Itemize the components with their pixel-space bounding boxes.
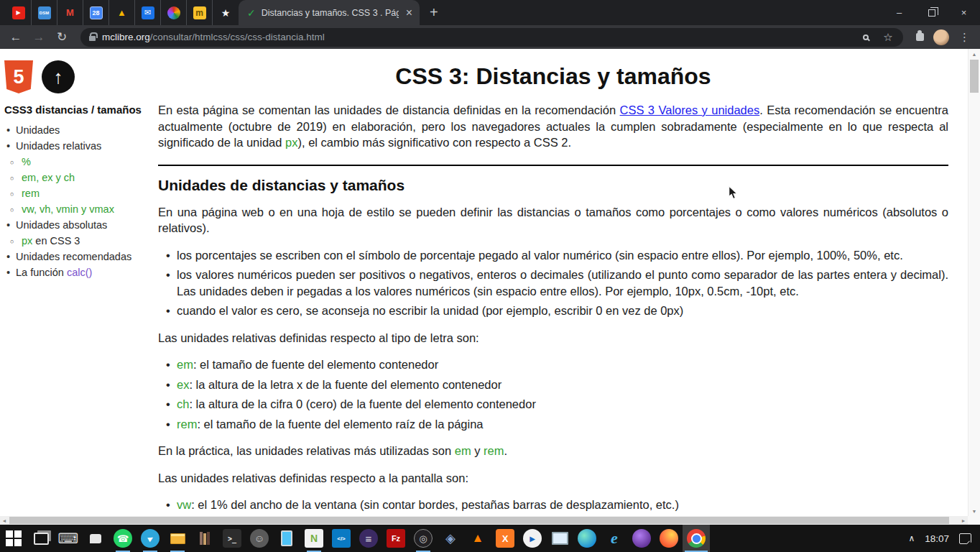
chrome-icon bbox=[687, 529, 706, 548]
taskbar-xampp[interactable] bbox=[491, 525, 519, 552]
page-content: 5 ↑ CSS3 distancias / tamaños UnidadesUn… bbox=[0, 49, 980, 525]
pinned-tab-youtube[interactable] bbox=[6, 0, 32, 25]
ex-unit-link[interactable]: ex bbox=[177, 378, 189, 391]
address-bar[interactable]: mclibre.org/consultar/htmlcss/css/css-di… bbox=[80, 28, 903, 47]
sidebar-item-text: Unidades bbox=[16, 124, 60, 136]
back-to-top-icon[interactable]: ↑ bbox=[42, 60, 75, 93]
pinned-tab-bookmark-star[interactable] bbox=[213, 0, 239, 25]
tray-clock[interactable]: 18:07 bbox=[925, 533, 949, 544]
pinned-tab-mail[interactable] bbox=[135, 0, 161, 25]
sidebar-item-unidades[interactable]: Unidades bbox=[4, 122, 152, 138]
close-button[interactable]: × bbox=[948, 0, 980, 25]
taskbar-start[interactable] bbox=[0, 525, 27, 552]
sidebar-item-text: en CSS 3 bbox=[32, 235, 80, 247]
taskbar-chat-app[interactable] bbox=[82, 525, 109, 552]
touch-keyboard-icon bbox=[59, 529, 78, 548]
tray-chevron-icon[interactable]: ∧ bbox=[908, 533, 915, 543]
action-center-icon[interactable] bbox=[959, 533, 971, 544]
taskbar-virtualbox[interactable] bbox=[437, 525, 464, 552]
px-unit-link[interactable]: px bbox=[285, 136, 297, 149]
tab-strip: DSMM28m ✓ Distancias y tamaños. CSS 3 . … bbox=[0, 0, 980, 25]
tab-title: Distancias y tamaños. CSS 3 . Pág bbox=[262, 8, 399, 18]
sidebar-item-la-funcion-calc[interactable]: La función calc() bbox=[4, 264, 152, 280]
extensions-puzzle-icon[interactable] bbox=[912, 33, 928, 41]
pinned-tab-calendar[interactable]: 28 bbox=[83, 0, 109, 25]
vertical-scroll-thumb[interactable] bbox=[970, 60, 979, 93]
spec-link[interactable]: CSS 3 Valores y unidades bbox=[620, 104, 760, 116]
sidebar-item-em-ex-ch[interactable]: em, ex y ch bbox=[4, 170, 152, 185]
telegram-icon bbox=[141, 529, 160, 548]
sidebar-item-px-en-css3[interactable]: px en CSS 3 bbox=[4, 233, 152, 249]
vertical-scrollbar[interactable]: ▲ ▼ bbox=[968, 49, 980, 516]
horizontal-scrollbar[interactable]: ◄ ► bbox=[0, 516, 968, 525]
taskbar-globe-app[interactable] bbox=[573, 525, 601, 552]
em-unit-link[interactable]: em bbox=[455, 444, 471, 457]
minimize-button[interactable]: – bbox=[883, 0, 915, 25]
taskbar-internet-explorer[interactable] bbox=[601, 525, 628, 552]
sidebar-item-unidades-relativas[interactable]: Unidades relativas bbox=[4, 138, 152, 154]
taskbar-your-phone[interactable] bbox=[273, 525, 300, 552]
taskbar-purple-app[interactable] bbox=[628, 525, 655, 552]
taskbar-obs-studio[interactable] bbox=[410, 525, 437, 552]
taskbar-file-explorer[interactable] bbox=[164, 525, 191, 552]
taskbar-telegram[interactable] bbox=[137, 525, 164, 552]
youtube-favicon-icon bbox=[12, 6, 25, 19]
taskbar-calibre[interactable] bbox=[191, 525, 218, 552]
sidebar-item-text: calc() bbox=[67, 267, 92, 278]
url-text[interactable]: mclibre.org/consultar/htmlcss/css/css-di… bbox=[102, 32, 851, 42]
taskbar-notepad-plus-plus[interactable] bbox=[300, 525, 328, 552]
taskbar-icons bbox=[0, 525, 710, 552]
reload-button[interactable]: ↻ bbox=[52, 27, 72, 47]
pinned-tab-drive[interactable] bbox=[109, 0, 135, 25]
pinned-tab-gmail[interactable]: M bbox=[57, 0, 83, 25]
taskbar-vlc[interactable] bbox=[464, 525, 491, 552]
taskbar-touch-keyboard[interactable] bbox=[55, 525, 82, 552]
pinned-tab-dsm[interactable]: DSM bbox=[32, 0, 57, 25]
zoom-indicator-icon[interactable] bbox=[858, 34, 874, 40]
unit-description: : el tamaño de la fuente del elemento ra… bbox=[197, 418, 483, 431]
taskbar-task-view[interactable] bbox=[27, 525, 55, 552]
new-tab-button[interactable]: + bbox=[420, 0, 448, 25]
taskbar-eclipse[interactable] bbox=[355, 525, 382, 552]
your-phone-icon bbox=[277, 529, 296, 548]
back-button[interactable]: ← bbox=[6, 27, 26, 47]
sidebar-item-unidades-absolutas[interactable]: Unidades absolutas bbox=[4, 217, 152, 233]
sidebar-item-unidades-recomendadas[interactable]: Unidades recomendadas bbox=[4, 249, 152, 264]
taskbar-vscode[interactable] bbox=[328, 525, 355, 552]
taskbar-media-player[interactable] bbox=[519, 525, 546, 552]
taskbar-system-monitor[interactable] bbox=[546, 525, 573, 552]
taskbar-firefox[interactable] bbox=[655, 525, 683, 552]
taskbar-filezilla[interactable] bbox=[382, 525, 410, 552]
tab-close-icon[interactable]: × bbox=[405, 7, 414, 19]
taskbar-monkey-app[interactable] bbox=[246, 525, 273, 552]
ch-unit-link[interactable]: ch bbox=[177, 397, 189, 410]
menu-kebab-icon[interactable]: ⋮ bbox=[955, 31, 974, 44]
horizontal-scroll-thumb[interactable] bbox=[9, 517, 949, 524]
forward-button[interactable]: → bbox=[29, 27, 49, 47]
scroll-right-arrow-icon[interactable]: ► bbox=[959, 516, 968, 525]
vw-unit-link[interactable]: vw bbox=[177, 498, 191, 511]
taskbar-whatsapp[interactable] bbox=[109, 525, 137, 552]
scroll-down-arrow-icon[interactable]: ▼ bbox=[969, 506, 980, 516]
scroll-up-arrow-icon[interactable]: ▲ bbox=[969, 49, 980, 59]
profile-avatar[interactable] bbox=[933, 29, 949, 45]
bookmark-star-favicon-icon bbox=[219, 6, 232, 19]
pinned-tab-moodle[interactable]: m bbox=[187, 0, 213, 25]
active-tab[interactable]: ✓ Distancias y tamaños. CSS 3 . Pág × bbox=[239, 0, 420, 25]
taskbar-powershell[interactable] bbox=[218, 525, 246, 552]
sidebar-item-porcentaje[interactable]: % bbox=[4, 154, 152, 170]
sidebar-item-vw-vh-vmin-vmax[interactable]: vw, vh, vmin y vmax bbox=[4, 201, 152, 217]
em-unit-link[interactable]: em bbox=[177, 358, 193, 371]
rem-unit-link[interactable]: rem bbox=[177, 418, 197, 431]
taskbar-chrome[interactable] bbox=[683, 525, 710, 552]
restore-button[interactable] bbox=[915, 0, 948, 25]
bookmark-star-icon[interactable]: ☆ bbox=[880, 31, 896, 44]
sidebar-item-rem[interactable]: rem bbox=[4, 185, 152, 201]
rem-unit-link[interactable]: rem bbox=[484, 444, 504, 457]
lock-icon[interactable] bbox=[89, 36, 96, 41]
unit-list-item: vw: el 1% del ancho de la ventana (sin c… bbox=[177, 497, 948, 513]
pinned-tab-community[interactable] bbox=[161, 0, 187, 25]
tab-favicon-check-icon: ✓ bbox=[247, 7, 256, 19]
scroll-left-arrow-icon[interactable]: ◄ bbox=[0, 516, 9, 525]
practice-text: . bbox=[504, 444, 507, 457]
